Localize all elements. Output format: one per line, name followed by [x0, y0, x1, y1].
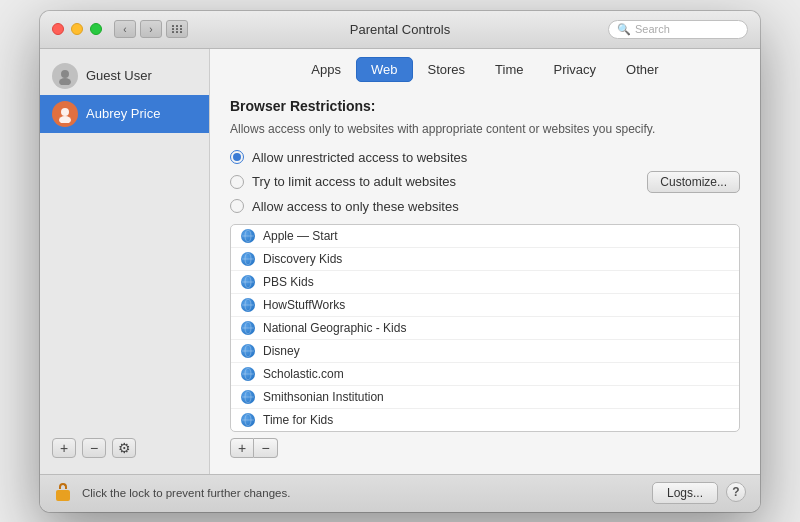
svg-point-2 — [61, 108, 69, 116]
globe-icon — [241, 229, 255, 243]
section-desc: Allows access only to websites with appr… — [230, 120, 740, 138]
globe-icon — [241, 367, 255, 381]
titlebar: ‹ › Parental Controls 🔍 Search — [40, 11, 760, 49]
main-window: ‹ › Parental Controls 🔍 Search — [40, 11, 760, 512]
bottom-bar: Click the lock to prevent further change… — [40, 474, 760, 512]
search-input[interactable]: Search — [635, 23, 670, 35]
radio-inner-unrestricted — [233, 153, 241, 161]
main-content: Guest User Aubrey Price + − ⚙ — [40, 49, 760, 474]
globe-icon — [241, 344, 255, 358]
radio-label-unrestricted: Allow unrestricted access to websites — [252, 150, 467, 165]
remove-user-button[interactable]: − — [82, 438, 106, 458]
guest-user-name: Guest User — [86, 68, 152, 83]
radio-row-only[interactable]: Allow access to only these websites — [230, 199, 740, 214]
tab-other[interactable]: Other — [611, 57, 674, 82]
globe-icon — [241, 390, 255, 404]
lock-body — [56, 490, 70, 501]
svg-point-1 — [59, 78, 71, 85]
radio-only-these[interactable] — [230, 199, 244, 213]
add-user-button[interactable]: + — [52, 438, 76, 458]
settings-button[interactable]: ⚙ — [112, 438, 136, 458]
forward-button[interactable]: › — [140, 20, 162, 38]
website-name: Disney — [263, 344, 300, 358]
lock-text: Click the lock to prevent further change… — [82, 487, 642, 499]
list-item[interactable]: Scholastic.com — [231, 363, 739, 386]
sidebar-controls: + − ⚙ — [40, 430, 209, 466]
sidebar: Guest User Aubrey Price + − ⚙ — [40, 49, 210, 474]
maximize-button[interactable] — [90, 23, 102, 35]
list-item[interactable]: HowStuffWorks — [231, 294, 739, 317]
content-body: Browser Restrictions: Allows access only… — [210, 82, 760, 474]
list-item[interactable]: Disney — [231, 340, 739, 363]
nav-buttons: ‹ › — [114, 20, 162, 38]
avatar-guest — [52, 63, 78, 89]
svg-point-0 — [61, 70, 69, 78]
radio-group: Allow unrestricted access to websites Tr… — [230, 150, 740, 214]
website-name: Apple — Start — [263, 229, 338, 243]
search-box[interactable]: 🔍 Search — [608, 20, 748, 39]
grid-icon — [172, 25, 183, 33]
customize-button[interactable]: Customize... — [647, 171, 740, 193]
tab-stores[interactable]: Stores — [413, 57, 481, 82]
list-item[interactable]: Smithsonian Institution — [231, 386, 739, 409]
websites-list: Apple — Start Discovery Kids PBS Kids — [230, 224, 740, 432]
globe-icon — [241, 298, 255, 312]
list-item[interactable]: PBS Kids — [231, 271, 739, 294]
website-name: Discovery Kids — [263, 252, 342, 266]
website-name: PBS Kids — [263, 275, 314, 289]
tab-apps[interactable]: Apps — [296, 57, 356, 82]
content-area: Apps Web Stores Time Privacy Other Brows… — [210, 49, 760, 474]
back-button[interactable]: ‹ — [114, 20, 136, 38]
radio-unrestricted[interactable] — [230, 150, 244, 164]
globe-icon — [241, 275, 255, 289]
globe-icon — [241, 413, 255, 427]
grid-button[interactable] — [166, 20, 188, 38]
window-title: Parental Controls — [350, 22, 450, 37]
tab-privacy[interactable]: Privacy — [538, 57, 611, 82]
sidebar-item-guest[interactable]: Guest User — [40, 57, 209, 95]
globe-icon — [241, 252, 255, 266]
minimize-button[interactable] — [71, 23, 83, 35]
aubrey-user-name: Aubrey Price — [86, 106, 160, 121]
radio-row-adult: Try to limit access to adult websites Cu… — [230, 171, 740, 193]
list-item[interactable]: National Geographic - Kids — [231, 317, 739, 340]
radio-row-unrestricted[interactable]: Allow unrestricted access to websites — [230, 150, 740, 165]
search-icon: 🔍 — [617, 23, 631, 36]
tab-web[interactable]: Web — [356, 57, 413, 82]
avatar-aubrey — [52, 101, 78, 127]
radio-row-adult-inner[interactable]: Try to limit access to adult websites — [230, 174, 647, 189]
bottom-right: Logs... ? — [652, 482, 746, 504]
radio-label-adult: Try to limit access to adult websites — [252, 174, 456, 189]
list-item[interactable]: Time for Kids — [231, 409, 739, 431]
section-title: Browser Restrictions: — [230, 98, 740, 114]
radio-label-only: Allow access to only these websites — [252, 199, 459, 214]
tab-time[interactable]: Time — [480, 57, 538, 82]
add-website-button[interactable]: + — [230, 438, 254, 458]
sidebar-item-aubrey[interactable]: Aubrey Price — [40, 95, 209, 133]
traffic-lights — [52, 23, 102, 35]
website-name: Scholastic.com — [263, 367, 344, 381]
list-item[interactable]: Discovery Kids — [231, 248, 739, 271]
remove-website-button[interactable]: − — [254, 438, 278, 458]
list-item[interactable]: Apple — Start — [231, 225, 739, 248]
website-name: Smithsonian Institution — [263, 390, 384, 404]
help-button[interactable]: ? — [726, 482, 746, 502]
close-button[interactable] — [52, 23, 64, 35]
logs-button[interactable]: Logs... — [652, 482, 718, 504]
svg-point-3 — [59, 116, 71, 123]
website-name: Time for Kids — [263, 413, 333, 427]
radio-limit-adult[interactable] — [230, 175, 244, 189]
tabs-bar: Apps Web Stores Time Privacy Other — [210, 49, 760, 82]
list-controls: + − — [230, 438, 740, 458]
website-name: National Geographic - Kids — [263, 321, 406, 335]
lock-shackle — [59, 483, 67, 489]
globe-icon — [241, 321, 255, 335]
website-name: HowStuffWorks — [263, 298, 345, 312]
lock-icon[interactable] — [54, 483, 72, 503]
